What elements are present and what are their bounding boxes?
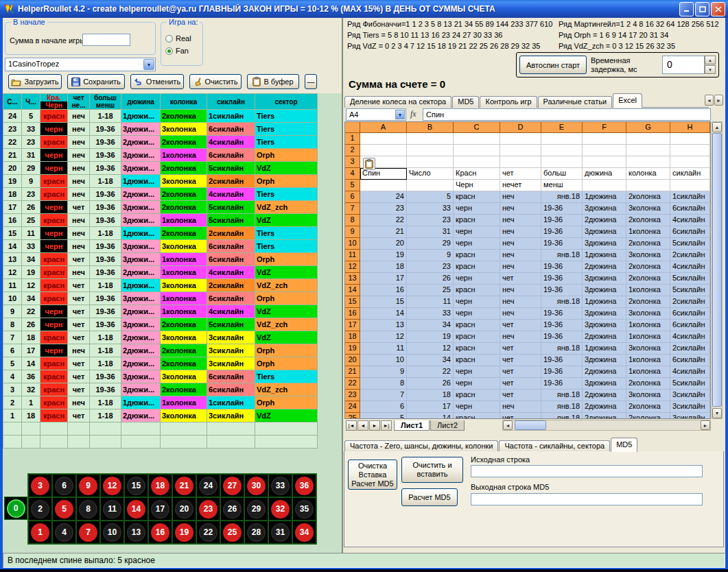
excel-cell-C25[interactable]: красн xyxy=(454,413,500,419)
main-tab-2[interactable]: MD5 xyxy=(452,96,479,108)
board-cell-29[interactable]: 29 xyxy=(244,497,268,521)
md5-multi-button[interactable]: Очистка Вставка Расчет MD5 xyxy=(348,460,397,490)
excel-cell-F11[interactable]: 1дюжина xyxy=(583,250,626,261)
excel-col-header-F[interactable]: F xyxy=(583,122,626,133)
excel-row-header-10[interactable]: 10 xyxy=(345,238,360,250)
excel-cell-F9[interactable]: 3дюжина xyxy=(583,226,626,238)
excel-cell-D17[interactable]: чет xyxy=(500,320,541,331)
board-cell-12[interactable]: 12 xyxy=(100,474,124,497)
board-cell-32[interactable]: 32 xyxy=(268,497,292,521)
paste-options-icon[interactable] xyxy=(363,158,375,170)
excel-cell-F2[interactable] xyxy=(583,145,626,156)
excel-cell-B25[interactable]: 14 xyxy=(407,413,454,419)
excel-cell-E19[interactable]: янв.18 xyxy=(541,343,583,355)
excel-cell-D16[interactable]: неч xyxy=(500,308,541,320)
main-tab-3[interactable]: Контроль игр xyxy=(480,96,537,108)
excel-cell-H8[interactable]: 4сиклайн xyxy=(670,215,710,226)
excel-cell-H14[interactable]: 5сиклайн xyxy=(670,285,710,296)
excel-cell-D4[interactable]: чет xyxy=(500,168,541,180)
excel-cell-D13[interactable]: чет xyxy=(500,273,541,285)
excel-cell-A14[interactable]: 16 xyxy=(360,285,407,296)
excel-row-header-14[interactable]: 14 xyxy=(345,285,360,296)
excel-row-header-2[interactable]: 2 xyxy=(345,145,360,156)
excel-cell-G15[interactable]: 2колонка xyxy=(626,296,670,308)
excel-cell-C13[interactable]: черн xyxy=(454,273,500,285)
excel-cell-G3[interactable] xyxy=(626,156,670,168)
excel-cell-D3[interactable] xyxy=(500,156,541,168)
excel-cell-C6[interactable]: красн xyxy=(454,191,500,203)
excel-row-header-23[interactable]: 23 xyxy=(345,390,360,401)
board-cell-17[interactable]: 17 xyxy=(148,497,172,521)
excel-cell-C7[interactable]: черн xyxy=(454,203,500,215)
excel-row-header-15[interactable]: 15 xyxy=(345,296,360,308)
excel-cell-C22[interactable]: черн xyxy=(454,378,500,390)
excel-cell-B15[interactable]: 11 xyxy=(407,296,454,308)
excel-cell-C8[interactable]: красн xyxy=(454,215,500,226)
excel-cell-B7[interactable]: 33 xyxy=(407,203,454,215)
excel-cell-A7[interactable]: 23 xyxy=(360,203,407,215)
excel-cell-F20[interactable]: 3дюжина xyxy=(583,355,626,366)
excel-cell-C21[interactable]: черн xyxy=(454,366,500,378)
excel-cell-H17[interactable]: 6сиклайн xyxy=(670,320,710,331)
sheet-tab-2[interactable]: Лист2 xyxy=(430,420,465,431)
excel-cell-F14[interactable]: 3дюжина xyxy=(583,285,626,296)
excel-cell-D7[interactable]: неч xyxy=(500,203,541,215)
excel-cell-F18[interactable]: 2дюжина xyxy=(583,331,626,343)
excel-row-header-17[interactable]: 17 xyxy=(345,320,360,331)
excel-cell-B8[interactable]: 23 xyxy=(407,215,454,226)
excel-cell-B20[interactable]: 34 xyxy=(407,355,454,366)
excel-cell-G14[interactable]: 1колонка xyxy=(626,285,670,296)
excel-row-header-8[interactable]: 8 xyxy=(345,215,360,226)
excel-cell-D5[interactable]: нечет xyxy=(500,180,541,191)
excel-cell-C23[interactable]: красн xyxy=(454,390,500,401)
excel-row-header-6[interactable]: 6 xyxy=(345,191,360,203)
maximize-button[interactable] xyxy=(695,2,709,16)
toolbar-button-6[interactable]: — xyxy=(305,74,317,89)
excel-cell-G1[interactable] xyxy=(626,133,670,145)
board-cell-25[interactable]: 25 xyxy=(220,521,244,544)
excel-cell-G25[interactable]: 2колонка xyxy=(626,413,670,419)
chevron-down-icon[interactable]: ▼ xyxy=(395,110,405,119)
excel-cell-H10[interactable]: 5сиклайн xyxy=(670,238,710,250)
board-cell-23[interactable]: 23 xyxy=(196,497,220,521)
excel-cell-H11[interactable]: 2сиклайн xyxy=(670,250,710,261)
delay-value[interactable]: 0 xyxy=(662,56,705,74)
excel-row-header-22[interactable]: 22 xyxy=(345,378,360,390)
name-box[interactable]: A4 ▼ xyxy=(346,108,406,121)
bottom-tab-2[interactable]: Частота - сиклайны, сектора xyxy=(499,440,610,452)
board-cell-6[interactable]: 6 xyxy=(52,474,76,497)
excel-cell-C10[interactable]: черн xyxy=(454,238,500,250)
excel-row-header-16[interactable]: 16 xyxy=(345,308,360,320)
excel-cell-G10[interactable]: 2колонка xyxy=(626,238,670,250)
excel-cell-E23[interactable]: янв.18 xyxy=(541,390,583,401)
excel-cell-A23[interactable]: 7 xyxy=(360,390,407,401)
excel-cell-E22[interactable]: 19-36 xyxy=(541,378,583,390)
excel-cell-G21[interactable]: 1колонка xyxy=(626,366,670,378)
excel-cell-H13[interactable]: 5сиклайн xyxy=(670,273,710,285)
excel-cell-D6[interactable]: неч xyxy=(500,191,541,203)
excel-cell-A13[interactable]: 17 xyxy=(360,273,407,285)
board-cell-10[interactable]: 10 xyxy=(100,521,124,544)
excel-cell-F24[interactable]: 2дюжина xyxy=(583,401,626,413)
casino-select[interactable]: 1CasinoTropez ▼ xyxy=(5,58,156,71)
excel-cell-B2[interactable] xyxy=(407,145,454,156)
excel-row-header-12[interactable]: 12 xyxy=(345,261,360,273)
sheet-next-icon[interactable]: ► xyxy=(369,420,380,431)
excel-cell-B24[interactable]: 17 xyxy=(407,401,454,413)
excel-cell-B1[interactable] xyxy=(407,133,454,145)
excel-cell-F10[interactable]: 3дюжина xyxy=(583,238,626,250)
excel-cell-F23[interactable]: 2дюжина xyxy=(583,390,626,401)
excel-cell-F1[interactable] xyxy=(583,133,626,145)
excel-cell-F25[interactable]: 2дюжина xyxy=(583,413,626,419)
excel-cell-G18[interactable]: 1колонка xyxy=(626,331,670,343)
board-cell-0[interactable]: 0 xyxy=(4,497,27,520)
board-cell-35[interactable]: 35 xyxy=(292,497,316,521)
board-cell-5[interactable]: 5 xyxy=(52,497,76,521)
board-cell-2[interactable]: 2 xyxy=(28,497,52,521)
excel-cell-B11[interactable]: 9 xyxy=(407,250,454,261)
excel-col-header-H[interactable]: H xyxy=(670,122,710,133)
insert-function-icon[interactable]: fx xyxy=(410,109,421,119)
excel-row-header-4[interactable]: 4 xyxy=(345,168,360,180)
excel-row-header-1[interactable]: 1 xyxy=(345,133,360,145)
formula-bar[interactable]: Спин xyxy=(423,108,711,121)
